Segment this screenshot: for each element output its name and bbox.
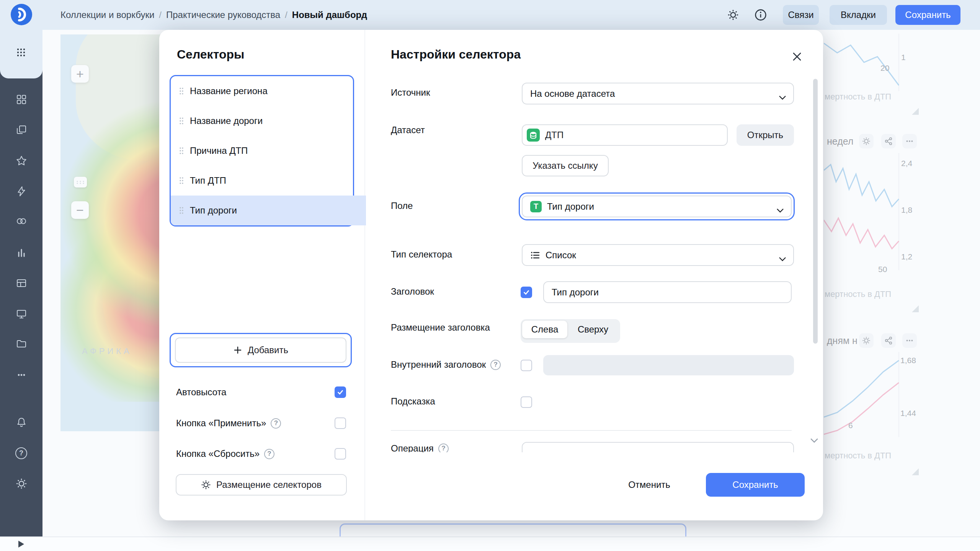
- drag-handle-icon[interactable]: [179, 207, 184, 214]
- breadcrumb-workbook[interactable]: Практические руководства: [166, 10, 280, 20]
- apply-button-row: Кнопка «Применить» ?: [176, 417, 346, 429]
- selector-list-item-selected[interactable]: Тип дороги: [171, 196, 366, 225]
- expand-panel-button[interactable]: [18, 541, 24, 548]
- info-button[interactable]: [754, 8, 768, 22]
- tabs-button[interactable]: Вкладки: [830, 5, 887, 25]
- add-selector-button[interactable]: Добавить: [175, 337, 346, 363]
- field-select[interactable]: T Тип дороги: [522, 196, 792, 217]
- save-dashboard-button[interactable]: Сохранить: [895, 5, 960, 25]
- gear-icon: [16, 478, 27, 489]
- sidebar-item-connections[interactable]: [0, 186, 42, 197]
- heading-label: Заголовок: [391, 286, 434, 297]
- sidebar-help[interactable]: ?: [0, 447, 42, 459]
- sidebar-item-files[interactable]: [0, 338, 42, 349]
- operation-select[interactable]: [522, 442, 794, 452]
- autoheight-label: Автовысота: [176, 387, 226, 398]
- drag-handle-icon[interactable]: [179, 177, 184, 184]
- reset-button-label: Кнопка «Сбросить»: [176, 448, 260, 459]
- scroll-down-icon[interactable]: [810, 438, 818, 445]
- app-logo[interactable]: [11, 4, 32, 25]
- close-dialog-button[interactable]: [790, 50, 804, 64]
- selector-list-item[interactable]: Причина ДТП: [171, 136, 353, 166]
- info-icon: [755, 9, 767, 21]
- hint-checkbox[interactable]: [521, 396, 532, 408]
- selector-type-value: Список: [546, 250, 576, 261]
- dataset-icon: [527, 129, 540, 142]
- breadcrumb: Коллекции и воркбуки / Практические руко…: [60, 0, 367, 30]
- sidebar-item-favorites[interactable]: [0, 155, 42, 166]
- selector-type-label: Тип селектора: [391, 249, 452, 260]
- sidebar-notifications[interactable]: [0, 417, 42, 428]
- placement-option-top[interactable]: Сверху: [567, 321, 619, 338]
- field-type-icon: T: [530, 201, 542, 212]
- selectors-placement-button[interactable]: Размещение селекторов: [176, 474, 347, 496]
- app-root: + − АФРИКА 1 20 мертность в ДТП недел: [0, 0, 980, 551]
- drag-handle-icon[interactable]: [179, 147, 184, 155]
- operation-row-clipped: Операция ?: [364, 435, 816, 452]
- top-header: Коллекции и воркбуки / Практические руко…: [0, 0, 980, 30]
- heading-input[interactable]: Тип дороги: [543, 281, 792, 303]
- breadcrumb-current-page: Новый дашборд: [292, 10, 367, 20]
- table-icon: [16, 277, 27, 289]
- drag-handle-icon[interactable]: [179, 87, 184, 95]
- dialog-scrollbar-thumb[interactable]: [813, 79, 818, 344]
- selector-list-item[interactable]: Название региона: [171, 76, 353, 106]
- source-label: Источник: [391, 87, 430, 98]
- selector-list-item[interactable]: Название дороги: [171, 106, 353, 136]
- placement-option-left[interactable]: Слева: [522, 321, 567, 338]
- inner-heading-input: [543, 355, 794, 375]
- selector-type-select[interactable]: Список: [522, 244, 794, 266]
- ellipsis-icon: [16, 369, 27, 381]
- help-icon[interactable]: ?: [438, 443, 449, 453]
- reset-button-checkbox[interactable]: [335, 448, 346, 460]
- app-switcher-button[interactable]: [16, 47, 26, 57]
- dataset-field[interactable]: ДТП: [522, 124, 728, 146]
- operation-label: Операция: [391, 443, 434, 452]
- dataset-label: Датасет: [391, 125, 425, 135]
- sidebar-item-more[interactable]: [0, 369, 42, 381]
- sidebar-item-datasets[interactable]: [0, 215, 42, 227]
- selector-item-label: Причина ДТП: [190, 145, 248, 156]
- form-divider: [391, 430, 792, 431]
- bottom-bar: [0, 536, 980, 551]
- open-dataset-button[interactable]: Открыть: [737, 124, 794, 146]
- grid-icon: [16, 47, 26, 57]
- sidebar: ?: [0, 0, 42, 536]
- inner-heading-checkbox[interactable]: [521, 360, 532, 371]
- sidebar-item-editor[interactable]: [0, 308, 42, 320]
- chevron-down-icon: [776, 204, 784, 215]
- sidebar-item-widgets[interactable]: [0, 94, 42, 105]
- cancel-button[interactable]: Отменить: [627, 474, 671, 496]
- heading-checkbox[interactable]: [521, 287, 532, 298]
- help-icon[interactable]: ?: [264, 449, 274, 459]
- check-icon: [337, 389, 344, 396]
- specify-link-button[interactable]: Указать ссылку: [522, 155, 609, 176]
- save-selector-button[interactable]: Сохранить: [706, 473, 805, 497]
- sidebar-settings[interactable]: [0, 478, 42, 489]
- help-icon[interactable]: ?: [490, 360, 501, 370]
- breadcrumb-collections[interactable]: Коллекции и воркбуки: [60, 10, 154, 20]
- links-button[interactable]: Связи: [783, 5, 819, 25]
- folder-icon: [16, 338, 27, 349]
- chevron-down-icon: [779, 451, 786, 453]
- help-icon[interactable]: ?: [271, 418, 281, 429]
- sidebar-item-dashboards[interactable]: [0, 277, 42, 289]
- dashboard-settings-button[interactable]: [726, 8, 740, 22]
- sidebar-item-collections[interactable]: [0, 124, 42, 136]
- selector-list-item[interactable]: Тип ДТП: [171, 166, 353, 196]
- reset-button-row: Кнопка «Сбросить» ?: [176, 448, 346, 460]
- breadcrumb-separator: /: [159, 10, 162, 20]
- autoheight-checkbox[interactable]: [335, 386, 346, 398]
- question-icon: ?: [15, 447, 27, 459]
- selector-item-label: Название региона: [190, 86, 268, 96]
- datalens-logo-icon: [11, 4, 32, 25]
- field-value: Тип дороги: [547, 201, 594, 212]
- source-select[interactable]: На основе датасета: [522, 83, 794, 104]
- plus-icon: [233, 346, 242, 355]
- drag-handle-icon[interactable]: [179, 117, 184, 125]
- apply-button-checkbox[interactable]: [335, 417, 346, 429]
- selectors-dialog: Селекторы Название региона Название доро…: [159, 30, 823, 520]
- sidebar-item-charts[interactable]: [0, 247, 42, 258]
- selector-item-label: Тип дороги: [190, 205, 237, 216]
- heading-placement-label: Размещение заголовка: [391, 322, 490, 333]
